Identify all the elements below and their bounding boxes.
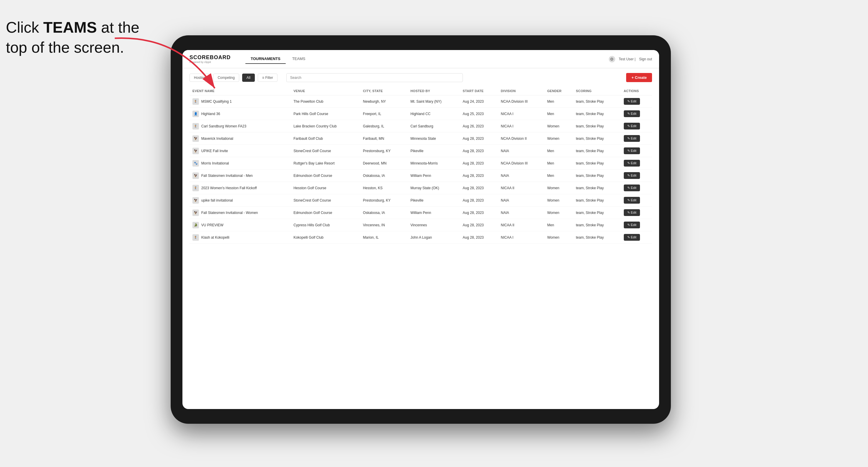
- actions-6: ✎ Edit: [621, 169, 652, 182]
- gender-5: Men: [544, 157, 573, 169]
- table-header: EVENT NAME VENUE CITY, STATE HOSTED BY S…: [189, 87, 652, 95]
- scoring-5: team, Stroke Play: [573, 157, 621, 169]
- date-9: Aug 28, 2023: [460, 207, 498, 219]
- actions-8: ✎ Edit: [621, 194, 652, 207]
- edit-btn-11[interactable]: ✎ Edit: [624, 234, 640, 241]
- event-name-2: Carl Sandburg Women FA23: [201, 124, 246, 128]
- edit-btn-1[interactable]: ✎ Edit: [624, 111, 640, 117]
- city-2: Galesburg, IL: [360, 120, 408, 132]
- edit-btn-0[interactable]: ✎ Edit: [624, 98, 640, 105]
- venue-8: StoneCrest Golf Course: [290, 194, 360, 207]
- date-7: Aug 28, 2023: [460, 182, 498, 194]
- gender-3: Women: [544, 132, 573, 145]
- create-btn[interactable]: + Create: [626, 73, 652, 82]
- nav-tab-tournaments[interactable]: TOURNAMENTS: [245, 54, 286, 64]
- col-hosted-by: HOSTED BY: [407, 87, 460, 95]
- team-logo-6: 🦅: [192, 173, 199, 179]
- tablet-screen: SCOREBOARD Powered by clippit TOURNAMENT…: [182, 50, 659, 409]
- division-10: NICAA II: [498, 219, 544, 231]
- gender-4: Men: [544, 145, 573, 157]
- hosting-filter-btn[interactable]: Hosting: [189, 73, 210, 82]
- date-5: Aug 28, 2023: [460, 157, 498, 169]
- venue-6: Edmundson Golf Course: [290, 169, 360, 182]
- scoring-9: team, Stroke Play: [573, 207, 621, 219]
- division-8: NAIA: [498, 194, 544, 207]
- team-logo-8: 🦅: [192, 197, 199, 204]
- event-name-6: Fall Statesmen Invitational - Men: [201, 174, 253, 178]
- event-name-cell-7: 🏌 2023 Women's Hesston Fall Kickoff: [189, 182, 290, 194]
- competing-filter-btn[interactable]: Competing: [213, 73, 239, 82]
- tablet-frame: SCOREBOARD Powered by clippit TOURNAMENT…: [170, 35, 671, 424]
- venue-9: Edmundson Golf Course: [290, 207, 360, 219]
- edit-btn-5[interactable]: ✎ Edit: [624, 160, 640, 166]
- edit-btn-3[interactable]: ✎ Edit: [624, 135, 640, 142]
- scoring-10: team, Stroke Play: [573, 219, 621, 231]
- col-city-state: CITY, STATE: [360, 87, 408, 95]
- event-name-cell-5: 🐾 Morris Invitational: [189, 157, 290, 169]
- city-1: Freeport, IL: [360, 108, 408, 120]
- col-start-date: START DATE: [460, 87, 498, 95]
- scoring-6: team, Stroke Play: [573, 169, 621, 182]
- search-input[interactable]: [286, 73, 463, 82]
- scoring-11: team, Stroke Play: [573, 231, 621, 244]
- edit-btn-2[interactable]: ✎ Edit: [624, 123, 640, 129]
- event-name-7: 2023 Women's Hesston Fall Kickoff: [201, 186, 257, 190]
- city-6: Oskaloosa, IA: [360, 169, 408, 182]
- scoring-4: team, Stroke Play: [573, 145, 621, 157]
- city-7: Hesston, KS: [360, 182, 408, 194]
- city-11: Marion, IL: [360, 231, 408, 244]
- table-body: 🏌 MSMC Qualifying 1 The Powelton Club Ne…: [189, 95, 652, 244]
- division-4: NAIA: [498, 145, 544, 157]
- event-name-0: MSMC Qualifying 1: [201, 99, 231, 103]
- edit-btn-8[interactable]: ✎ Edit: [624, 197, 640, 204]
- col-scoring: SCORING: [573, 87, 621, 95]
- all-filter-btn[interactable]: All: [242, 73, 255, 82]
- division-11: NICAA I: [498, 231, 544, 244]
- event-name-4: UPIKE Fall Invite: [201, 149, 228, 153]
- instruction-text: Click TEAMS at thetop of the screen.: [6, 18, 140, 57]
- scoring-1: team, Stroke Play: [573, 108, 621, 120]
- date-8: Aug 28, 2023: [460, 194, 498, 207]
- event-name-1: Highland 36: [201, 112, 220, 116]
- division-5: NCAA Division III: [498, 157, 544, 169]
- edit-btn-4[interactable]: ✎ Edit: [624, 148, 640, 154]
- event-name-cell-6: 🦅 Fall Statesmen Invitational - Men: [189, 169, 290, 182]
- filter-btn[interactable]: ≡ Filter: [258, 73, 277, 82]
- edit-btn-10[interactable]: ✎ Edit: [624, 222, 640, 228]
- table-row: 🦅 Fall Statesmen Invitational - Men Edmu…: [189, 169, 652, 182]
- event-name-cell-2: 🏌 Carl Sandburg Women FA23: [189, 120, 290, 132]
- date-0: Aug 24, 2023: [460, 95, 498, 108]
- host-1: Highland CC: [407, 108, 460, 120]
- team-logo-10: 🐊: [192, 222, 199, 228]
- col-actions: ACTIONS: [621, 87, 652, 95]
- event-name-11: Klash at Kokopelli: [201, 236, 229, 240]
- host-7: Murray State (OK): [407, 182, 460, 194]
- table-row: 🏌 Carl Sandburg Women FA23 Lake Bracken …: [189, 120, 652, 132]
- signout-link[interactable]: Sign out: [639, 57, 652, 61]
- actions-2: ✎ Edit: [621, 120, 652, 132]
- city-8: Prestonsburg, KY: [360, 194, 408, 207]
- edit-btn-9[interactable]: ✎ Edit: [624, 209, 640, 216]
- division-1: NICAA I: [498, 108, 544, 120]
- host-11: John A Logan: [407, 231, 460, 244]
- gear-icon[interactable]: ⚙: [609, 56, 615, 62]
- gender-9: Women: [544, 207, 573, 219]
- gender-11: Women: [544, 231, 573, 244]
- actions-3: ✎ Edit: [621, 132, 652, 145]
- nav-tab-teams[interactable]: TEAMS: [287, 54, 311, 64]
- host-9: William Penn: [407, 207, 460, 219]
- gender-1: Men: [544, 108, 573, 120]
- venue-1: Park Hills Golf Course: [290, 108, 360, 120]
- tournaments-table: EVENT NAME VENUE CITY, STATE HOSTED BY S…: [189, 87, 652, 244]
- gender-6: Men: [544, 169, 573, 182]
- event-name-8: upike fall invitational: [201, 198, 233, 203]
- event-name-5: Morris Invitational: [201, 161, 229, 165]
- host-2: Carl Sandburg: [407, 120, 460, 132]
- city-3: Faribault, MN: [360, 132, 408, 145]
- team-logo-1: 👤: [192, 111, 199, 117]
- edit-btn-7[interactable]: ✎ Edit: [624, 185, 640, 191]
- date-3: Aug 28, 2023: [460, 132, 498, 145]
- table-row: 🏌 MSMC Qualifying 1 The Powelton Club Ne…: [189, 95, 652, 108]
- edit-btn-6[interactable]: ✎ Edit: [624, 172, 640, 179]
- gender-2: Women: [544, 120, 573, 132]
